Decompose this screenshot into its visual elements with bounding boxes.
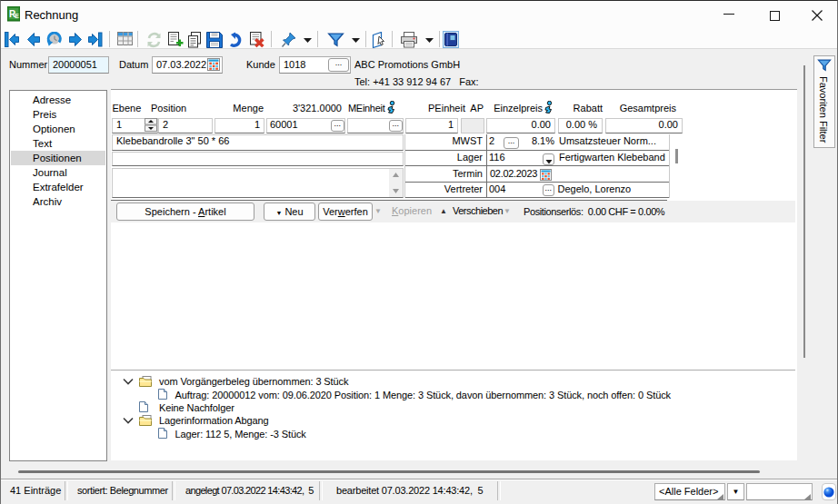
svg-text:E: E (15, 13, 19, 19)
